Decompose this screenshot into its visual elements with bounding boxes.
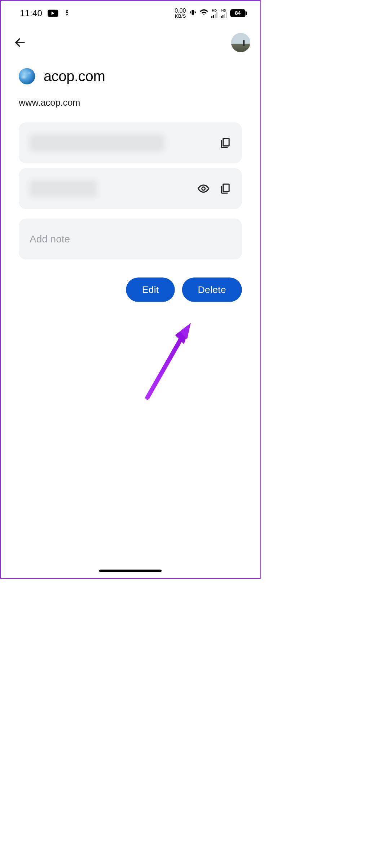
download-icon [63,9,70,18]
svg-point-3 [202,187,205,190]
password-value [30,180,97,197]
note-field[interactable]: Add note [19,219,242,259]
status-bar: 11:40 0.00 KB/S HD HD [1,1,260,21]
home-indicator[interactable] [99,570,162,572]
wifi-icon [200,8,208,18]
show-password-button[interactable] [196,181,211,196]
username-value [30,135,164,152]
back-button[interactable] [13,35,27,50]
battery-indicator: 84 [230,9,246,17]
signal-1: HD [211,8,218,18]
password-field[interactable] [19,168,242,209]
profile-avatar[interactable] [231,33,250,52]
svg-point-0 [66,10,67,11]
site-title: acop.com [44,68,105,84]
svg-rect-1 [192,10,194,14]
vibrate-icon [189,9,197,18]
globe-icon [19,68,35,84]
svg-rect-2 [223,139,229,146]
delete-button[interactable]: Delete [182,277,242,302]
status-time: 11:40 [20,8,42,18]
signal-2: HD [221,8,227,18]
copy-username-button[interactable] [218,136,232,150]
annotation-arrow [140,321,203,403]
edit-button[interactable]: Edit [126,277,175,302]
svg-rect-4 [223,184,229,192]
data-rate: 0.00 KB/S [175,8,186,18]
username-field[interactable] [19,122,242,163]
youtube-icon [48,10,58,17]
note-placeholder: Add note [30,233,70,245]
site-url: www.acop.com [1,87,260,118]
copy-password-button[interactable] [218,181,232,196]
